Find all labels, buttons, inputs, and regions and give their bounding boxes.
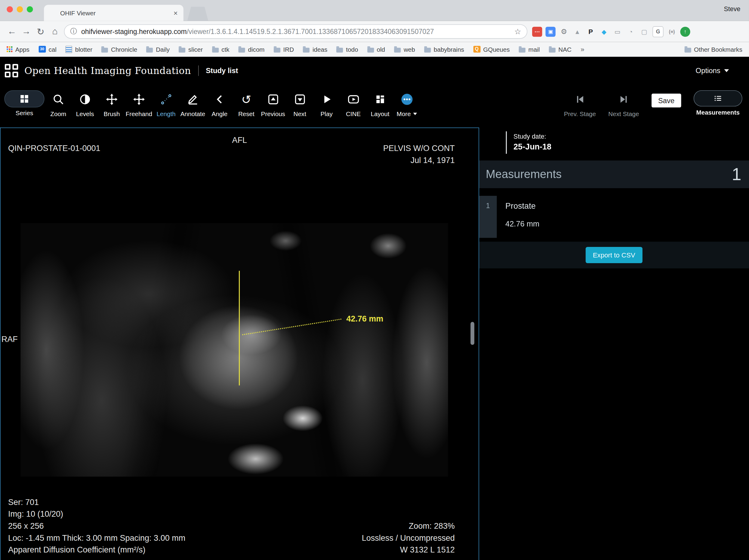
prev-stage-button[interactable]: Prev. Stage: [564, 90, 596, 117]
previous-image-icon: [260, 90, 286, 108]
back-icon[interactable]: ←: [5, 26, 19, 37]
extension-icon[interactable]: G: [652, 26, 664, 37]
bookmark-item[interactable]: Daily: [146, 46, 170, 53]
other-bookmarks-label: Other Bookmarks: [694, 46, 742, 53]
extension-icon[interactable]: ▭: [613, 26, 622, 36]
tool-cine[interactable]: CINE: [341, 84, 366, 117]
bookmark-star-icon[interactable]: ☆: [514, 27, 521, 36]
address-bar[interactable]: ⓘ ohifviewer-staging.herokuapp.com/viewe…: [64, 24, 527, 39]
save-button[interactable]: Save: [651, 93, 681, 107]
toolbar-right: Prev. Stage Next Stage Save Measurements: [564, 84, 742, 117]
bookmark-item[interactable]: ideas: [303, 46, 327, 53]
bookmark-item[interactable]: slicer: [179, 46, 203, 53]
bookmark-item[interactable]: web: [394, 46, 415, 53]
tool-zoom[interactable]: Zoom: [45, 84, 71, 117]
tool-label: Freehand: [126, 110, 152, 117]
overlay-series-number: Ser: 701: [8, 496, 185, 508]
extension-icon[interactable]: ▲: [572, 26, 582, 36]
profile-name[interactable]: Steve: [724, 5, 741, 12]
browser-tab[interactable]: OHIF Viewer ×: [44, 5, 184, 21]
tool-label: Levels: [76, 110, 94, 117]
page-info-icon[interactable]: ⓘ: [70, 27, 77, 36]
tool-levels[interactable]: Levels: [72, 84, 98, 117]
bookmark-item[interactable]: NAC: [549, 46, 572, 53]
bookmark-label: GQueues: [483, 46, 510, 53]
measurement-value-label[interactable]: 42.76 mm: [346, 314, 383, 324]
study-list-link[interactable]: Study list: [206, 66, 238, 74]
tool-brush[interactable]: Brush: [99, 84, 125, 117]
window-minimize-button[interactable]: [17, 6, 23, 13]
tool-angle[interactable]: Angle: [207, 84, 233, 117]
window-close-button[interactable]: [7, 6, 13, 13]
bookmark-icon: [212, 47, 218, 52]
overlay-zoom-level: Zoom: 283%: [362, 520, 455, 532]
measurements-toggle[interactable]: Measurements: [694, 90, 742, 116]
tool-series[interactable]: Series: [4, 84, 44, 116]
bookmark-item[interactable]: mail: [519, 46, 540, 53]
tool-length[interactable]: Length: [153, 84, 179, 117]
measurement-list-item[interactable]: 1 Prostate 42.76 mm: [479, 196, 749, 238]
bookmark-label: blotter: [75, 46, 92, 53]
extension-icon[interactable]: ↑: [680, 26, 690, 36]
bookmarks-bar: Apps 30 cal blotter Chronicle Daily slic…: [0, 42, 749, 57]
dicom-viewport[interactable]: QIN-PROSTATE-01-0001 AFL PELVIS W/O CONT…: [0, 128, 479, 560]
bookmark-item[interactable]: todo: [337, 46, 358, 53]
extensions-bar: ⋯ ▣ ⚙ ▲ P ◆ ▭ ◔ ▢ G {≡} ↑: [532, 26, 690, 37]
tab-close-icon[interactable]: ×: [174, 9, 178, 17]
other-bookmarks[interactable]: Other Bookmarks: [684, 46, 742, 53]
tool-label: CINE: [346, 110, 361, 117]
tool-label: More: [397, 110, 411, 117]
bookmark-icon: [238, 47, 245, 52]
measurement-line[interactable]: [239, 271, 240, 385]
extension-icon[interactable]: P: [586, 26, 596, 36]
overlay-orientation-left: RAF: [1, 333, 18, 345]
url-text: ohifviewer-staging.herokuapp.com/viewer/…: [81, 28, 434, 35]
extension-icon[interactable]: {≡}: [667, 26, 677, 36]
mri-image[interactable]: [20, 223, 448, 477]
tool-previous[interactable]: Previous: [260, 84, 286, 117]
new-tab-button[interactable]: [187, 7, 208, 21]
bookmark-item[interactable]: babybrains: [424, 46, 464, 53]
angle-chevron-icon: [207, 90, 233, 108]
extension-icon[interactable]: ▣: [545, 26, 555, 36]
home-icon[interactable]: ⌂: [48, 26, 62, 37]
bookmark-item[interactable]: IRD: [274, 46, 294, 53]
tool-more[interactable]: More: [394, 84, 420, 117]
bookmark-label: »: [581, 45, 584, 53]
tool-label: Play: [321, 110, 333, 117]
bookmark-item[interactable]: old: [367, 46, 385, 53]
bookmark-item[interactable]: Apps: [7, 46, 29, 53]
extension-icon[interactable]: ⋯: [532, 26, 542, 36]
bookmark-item[interactable]: dicom: [238, 46, 265, 53]
layout-grid-icon: [367, 90, 393, 108]
bookmark-item[interactable]: »: [581, 45, 584, 53]
tool-layout[interactable]: Layout: [367, 84, 393, 117]
url-path: /viewer/1.3.6.1.4.1.14519.5.2.1.3671.700…: [187, 28, 434, 35]
extension-icon[interactable]: ◆: [599, 26, 609, 36]
extension-icon[interactable]: ◔: [626, 26, 636, 36]
study-date-label: Study date:: [513, 133, 749, 140]
tool-next[interactable]: Next: [287, 84, 313, 117]
bookmark-item[interactable]: ctk: [212, 46, 229, 53]
extension-icon[interactable]: ⚙: [559, 26, 569, 36]
bookmark-item[interactable]: blotter: [66, 46, 92, 53]
bookmark-icon: [337, 47, 343, 52]
forward-icon[interactable]: →: [19, 26, 34, 37]
tool-reset[interactable]: ↺ Reset: [233, 84, 259, 117]
extension-icon[interactable]: ▢: [639, 26, 649, 36]
viewport-scrollbar[interactable]: [470, 322, 474, 345]
tool-play[interactable]: Play: [314, 84, 340, 117]
next-stage-button[interactable]: Next Stage: [608, 90, 639, 117]
tool-freehand[interactable]: Freehand: [126, 84, 152, 117]
bookmark-item[interactable]: 30 cal: [39, 46, 57, 53]
reload-icon[interactable]: ↻: [34, 26, 48, 37]
options-menu[interactable]: Options: [696, 66, 729, 74]
export-csv-button[interactable]: Export to CSV: [586, 247, 643, 263]
measurement-name[interactable]: Prostate: [505, 201, 539, 211]
tool-annotate[interactable]: Annotate: [180, 84, 206, 117]
bookmark-item[interactable]: Q GQueues: [473, 46, 510, 53]
export-row: Export to CSV: [479, 242, 749, 268]
bookmark-item[interactable]: Chronicle: [101, 46, 137, 53]
window-zoom-button[interactable]: [27, 6, 33, 13]
tool-label: Layout: [370, 110, 389, 117]
